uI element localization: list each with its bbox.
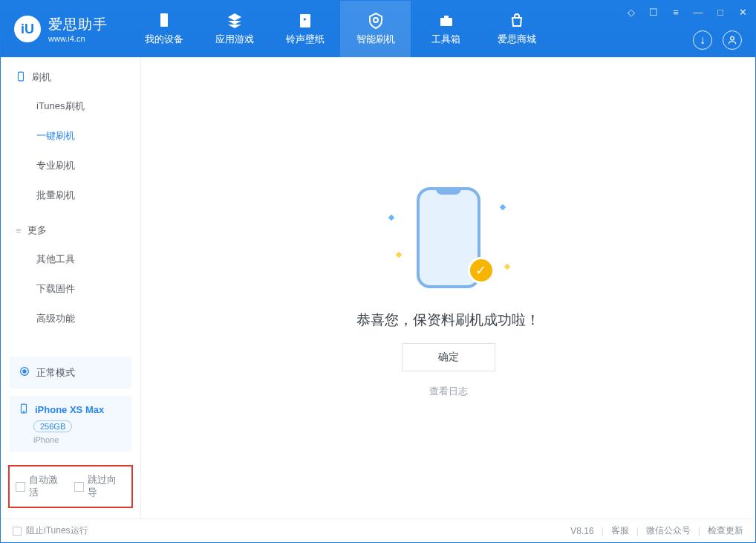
- menu-icon[interactable]: ≡: [669, 5, 682, 19]
- close-button[interactable]: ✕: [736, 5, 749, 19]
- ok-button[interactable]: 确定: [402, 343, 495, 371]
- logo-icon: iU: [14, 16, 41, 42]
- tab-store-icon: [508, 12, 526, 30]
- brand-name: 爱思助手: [48, 15, 108, 34]
- svg-rect-0: [160, 13, 168, 27]
- mode-icon: [19, 365, 30, 380]
- sidebar-item-其他工具[interactable]: 其他工具: [1, 244, 140, 274]
- service-link[interactable]: 客服: [611, 524, 629, 537]
- sidebar-section-flash: 刷机: [1, 57, 140, 91]
- update-link[interactable]: 检查更新: [708, 524, 743, 537]
- minimize-button[interactable]: —: [691, 5, 705, 19]
- tab-apps[interactable]: 应用游戏: [199, 1, 270, 57]
- device-type: iPhone: [33, 435, 123, 444]
- sidebar-section-more: ≡ 更多: [1, 210, 140, 244]
- svg-point-10: [23, 412, 24, 412]
- svg-point-5: [731, 36, 734, 40]
- device-name: iPhone XS Max: [35, 404, 104, 415]
- svg-rect-6: [19, 72, 24, 81]
- list-icon: ≡: [16, 225, 22, 236]
- success-message: 恭喜您，保资料刷机成功啦！: [356, 310, 540, 330]
- brand-sub: www.i4.cn: [48, 34, 108, 43]
- tab-device[interactable]: 我的设备: [128, 1, 199, 57]
- tab-flash[interactable]: 智能刷机: [340, 1, 411, 57]
- check-icon: ✓: [468, 257, 495, 284]
- logo: iU 爱思助手 www.i4.cn: [14, 15, 108, 43]
- device-storage-badge: 256GB: [33, 420, 72, 432]
- shirt-icon[interactable]: ◇: [625, 5, 638, 19]
- tab-flash-icon: [367, 12, 385, 30]
- svg-rect-4: [444, 16, 449, 18]
- sidebar-item-下载固件[interactable]: 下载固件: [1, 274, 140, 304]
- sidebar-item-iTunes刷机[interactable]: iTunes刷机: [1, 91, 140, 121]
- mode-label: 正常模式: [36, 366, 75, 380]
- success-illustration: ✓: [374, 178, 523, 297]
- device-phone-icon: [19, 403, 29, 416]
- sidebar-item-一键刷机[interactable]: 一键刷机: [1, 121, 140, 151]
- checks-row: 自动激活 跳过向导: [8, 465, 133, 508]
- tab-device-icon: [155, 12, 173, 30]
- device-box[interactable]: iPhone XS Max 256GB iPhone: [10, 396, 131, 452]
- phone-icon: [16, 71, 26, 84]
- check-auto-activate[interactable]: 自动激活: [16, 474, 67, 499]
- check-skip-guide[interactable]: 跳过向导: [74, 474, 126, 499]
- svg-point-8: [23, 370, 26, 373]
- tab-tools-icon: [437, 12, 455, 30]
- user-icon[interactable]: [723, 30, 742, 50]
- sidebar-item-高级功能[interactable]: 高级功能: [1, 304, 140, 334]
- svg-rect-3: [440, 18, 452, 26]
- check-block-itunes[interactable]: 阻止iTunes运行: [13, 524, 88, 537]
- download-icon[interactable]: ↓: [693, 30, 712, 50]
- sidebar-item-批量刷机[interactable]: 批量刷机: [1, 181, 140, 210]
- svg-point-2: [374, 18, 378, 22]
- svg-rect-1: [300, 14, 310, 27]
- version-label: V8.16: [570, 526, 593, 536]
- tab-store[interactable]: 爱思商城: [481, 1, 552, 57]
- tab-ring-icon: [296, 12, 314, 30]
- lock-icon[interactable]: ☐: [647, 5, 660, 19]
- maximize-button[interactable]: □: [714, 5, 727, 19]
- mode-box[interactable]: 正常模式: [10, 357, 131, 388]
- sidebar-item-专业刷机[interactable]: 专业刷机: [1, 151, 140, 181]
- tab-ring[interactable]: 铃声壁纸: [270, 1, 340, 57]
- wechat-link[interactable]: 微信公众号: [646, 524, 691, 537]
- tab-apps-icon: [226, 12, 244, 30]
- view-log-link[interactable]: 查看日志: [429, 385, 468, 398]
- tab-tools[interactable]: 工具箱: [411, 1, 481, 57]
